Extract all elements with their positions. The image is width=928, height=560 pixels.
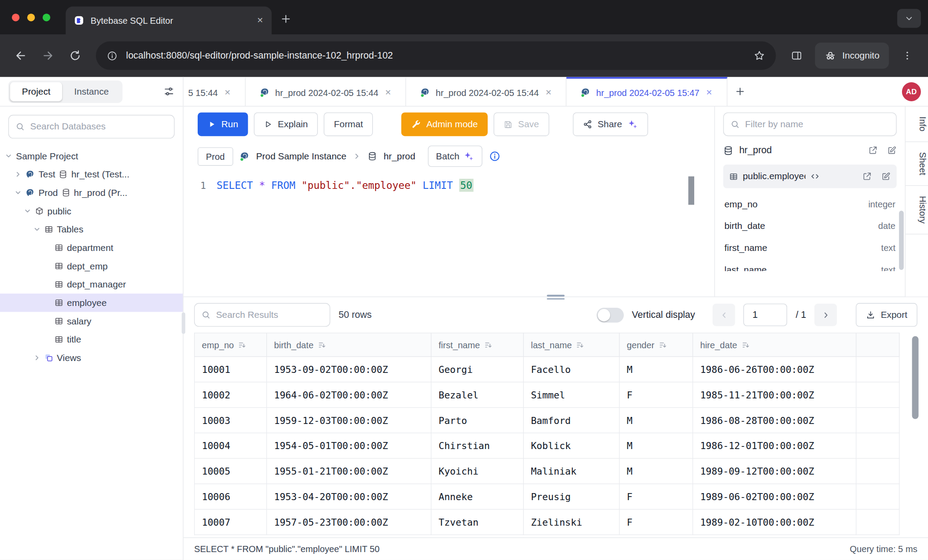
zoom-window-button[interactable] xyxy=(43,13,50,21)
back-button[interactable] xyxy=(8,43,33,68)
column-list-item[interactable]: last_nametext xyxy=(723,258,897,271)
table-row[interactable]: 100031959-12-03T00:00:00ZPartoBamfordM19… xyxy=(195,408,899,433)
avatar[interactable]: AD xyxy=(902,82,921,101)
column-header-last_name[interactable]: last_name xyxy=(523,333,619,357)
tree-item-sample-project[interactable]: Sample Project xyxy=(0,147,183,165)
column-list-item[interactable]: birth_datedate xyxy=(723,215,897,237)
tab-search-button[interactable] xyxy=(897,9,921,28)
tree-item-dept-manager[interactable]: dept_manager xyxy=(0,275,183,294)
next-page-button[interactable] xyxy=(814,304,837,326)
column-header-hire_date[interactable]: hire_date xyxy=(693,333,856,357)
sql-code-line[interactable]: SELECT * FROM "public"."employee" LIMIT … xyxy=(217,179,473,191)
bookmark-star-icon[interactable] xyxy=(754,50,766,62)
tree-settings-button[interactable] xyxy=(163,86,175,97)
tree-item-public[interactable]: public xyxy=(0,202,183,220)
sql-tab[interactable]: hr_prod 2024-02-05 15:44✕ xyxy=(246,77,406,106)
tree-item-tables[interactable]: Tables xyxy=(0,220,183,239)
sql-editor[interactable]: 1 SELECT * FROM "public"."employee" LIMI… xyxy=(184,173,714,297)
external-link-icon[interactable] xyxy=(862,172,872,181)
column-header-birth_date[interactable]: birth_date xyxy=(267,333,431,357)
sort-icon[interactable] xyxy=(238,341,247,349)
column-header-emp_no[interactable]: emp_no xyxy=(195,333,267,357)
sql-tab[interactable]: hr_prod 2024-02-05 15:47✕ xyxy=(567,77,727,106)
sort-icon[interactable] xyxy=(484,341,493,349)
explain-button[interactable]: Explain xyxy=(254,112,318,136)
database-row[interactable]: hr_prod xyxy=(723,136,897,165)
prev-page-button[interactable] xyxy=(713,304,735,326)
close-sheet-icon[interactable]: ✕ xyxy=(225,88,231,97)
save-button[interactable]: Save xyxy=(494,112,549,136)
minimize-window-button[interactable] xyxy=(27,13,35,21)
side-panel-button[interactable] xyxy=(784,43,809,68)
column-list-item[interactable]: first_nametext xyxy=(723,237,897,259)
share-button[interactable]: Share xyxy=(573,112,648,136)
export-button[interactable]: Export xyxy=(856,303,917,327)
filter-input[interactable]: Filter by name xyxy=(723,112,897,136)
table-row[interactable]: 100021964-06-02T00:00:00ZBezalelSimmelF1… xyxy=(195,382,899,408)
address-bar[interactable]: localhost:8080/sql-editor/prod-sample-in… xyxy=(96,41,776,70)
side-tab-sheet[interactable]: Sheet xyxy=(906,142,928,186)
format-button[interactable]: Format xyxy=(324,112,373,136)
admin-mode-button[interactable]: Admin mode xyxy=(401,112,488,136)
tree-item-salary[interactable]: salary xyxy=(0,312,183,330)
close-window-button[interactable] xyxy=(12,13,19,21)
tree-item-title[interactable]: title xyxy=(0,330,183,349)
table-row[interactable]: 100071957-05-23T00:00:00ZTzvetanZielinsk… xyxy=(195,509,899,535)
external-link-icon[interactable] xyxy=(868,146,878,155)
close-sheet-icon[interactable]: ✕ xyxy=(385,88,391,97)
browser-tab-title: Bytebase SQL Editor xyxy=(91,15,250,26)
results-scrollbar[interactable] xyxy=(912,336,919,419)
panel-scrollbar[interactable] xyxy=(899,211,904,270)
database-search-input[interactable]: Search Databases xyxy=(8,115,175,139)
page-number-input[interactable]: 1 xyxy=(744,304,787,326)
sort-icon[interactable] xyxy=(318,341,326,349)
edit-icon[interactable] xyxy=(887,146,897,155)
editor-scrollbar[interactable] xyxy=(689,177,694,205)
run-button[interactable]: Run xyxy=(198,112,248,136)
forward-button[interactable] xyxy=(36,43,60,68)
environment-chip[interactable]: Prod xyxy=(198,147,233,166)
tree-item-views[interactable]: Views xyxy=(0,349,183,367)
close-sheet-icon[interactable]: ✕ xyxy=(706,88,712,97)
info-circle-icon[interactable] xyxy=(489,150,501,162)
sort-icon[interactable] xyxy=(741,341,750,349)
sort-icon[interactable] xyxy=(659,341,667,349)
close-browser-tab-icon[interactable]: ✕ xyxy=(257,16,264,25)
tree-item-department[interactable]: department xyxy=(0,239,183,257)
tab-project[interactable]: Project xyxy=(10,82,63,101)
tree-item-prod[interactable]: Prodhr_prod (Pr... xyxy=(0,184,183,202)
browser-menu-button[interactable] xyxy=(895,43,920,68)
sql-tab[interactable]: hr_prod 2024-02-05 15:44✕ xyxy=(406,77,567,106)
tree-item-test[interactable]: Testhr_test (Test... xyxy=(0,165,183,184)
new-sheet-button[interactable] xyxy=(727,77,753,106)
pane-resize-handle[interactable] xyxy=(547,295,564,300)
browser-tab[interactable]: Bytebase SQL Editor ✕ xyxy=(66,7,272,34)
reload-button[interactable] xyxy=(63,43,88,68)
sql-tab[interactable]: 5 15:44✕ xyxy=(184,77,246,106)
column-header-gender[interactable]: gender xyxy=(619,333,693,357)
close-sheet-icon[interactable]: ✕ xyxy=(545,88,552,97)
table-row[interactable]: 100011953-09-02T00:00:00ZGeorgiFacelloM1… xyxy=(195,357,899,382)
tab-instance[interactable]: Instance xyxy=(62,82,121,101)
side-tab-info[interactable]: Info xyxy=(906,107,928,142)
column-header-first_name[interactable]: first_name xyxy=(431,333,523,357)
instance-name[interactable]: Prod Sample Instance xyxy=(256,151,346,162)
table-row[interactable]: 100061953-04-20T00:00:00ZAnnekePreusigF1… xyxy=(195,484,899,509)
tree-item-employee[interactable]: employee xyxy=(0,294,183,312)
vertical-display-toggle[interactable] xyxy=(597,307,624,322)
results-search-input[interactable]: Search Results xyxy=(194,303,330,327)
table-row[interactable]: 100041954-05-01T00:00:00ZChirstianKoblic… xyxy=(195,433,899,458)
tree-item-dept-emp[interactable]: dept_emp xyxy=(0,257,183,275)
sort-icon[interactable] xyxy=(576,341,584,349)
column-list-item[interactable]: emp_nointeger xyxy=(723,193,897,215)
code-icon[interactable] xyxy=(810,172,820,181)
database-name[interactable]: hr_prod xyxy=(383,151,415,162)
edit-icon[interactable] xyxy=(881,172,891,181)
side-tab-history[interactable]: History xyxy=(906,186,928,234)
new-tab-button[interactable] xyxy=(280,13,292,27)
table-row[interactable]: 100051955-01-21T00:00:00ZKyoichiMaliniak… xyxy=(195,458,899,484)
table-chip[interactable]: public.employee xyxy=(723,165,897,188)
batch-button[interactable]: Batch xyxy=(428,146,483,167)
site-info-icon[interactable] xyxy=(107,50,118,62)
sidebar-resize-handle[interactable] xyxy=(182,313,185,334)
